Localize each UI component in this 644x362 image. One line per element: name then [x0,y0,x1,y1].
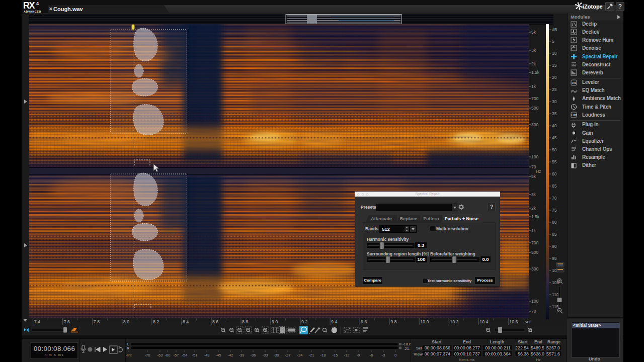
svg-text:60: 60 [552,171,557,176]
svg-text:9.8: 9.8 [390,319,396,324]
svg-text:8.2: 8.2 [153,319,159,324]
svg-text:5489.5: 5489.5 [531,345,544,350]
svg-text:8.8: 8.8 [242,319,248,324]
svg-text:9.0: 9.0 [272,319,278,324]
svg-text:-39: -39 [239,353,245,357]
svg-text:300: 300 [531,266,538,272]
svg-text:35: 35 [552,111,557,116]
svg-text:-33: -33 [263,353,268,357]
svg-text:7.4: 7.4 [34,319,40,324]
svg-text:-21: -21 [309,353,314,357]
svg-text:3k: 3k [531,192,536,197]
svg-text:80: 80 [552,220,557,225]
svg-text:3k: 3k [531,48,536,53]
svg-text:500: 500 [531,250,538,255]
svg-text:-21.1: -21.1 [404,346,411,351]
svg-text:L: L [127,342,129,346]
svg-text:-Inf: -Inf [126,353,132,357]
svg-text:1k: 1k [531,228,536,233]
svg-text:5571.6: 5571.6 [546,351,560,356]
svg-text:Start: Start [432,339,442,344]
svg-text:50: 50 [552,147,557,152]
svg-text:00:00:00.211: 00:00:00.211 [485,345,511,350]
svg-text:700: 700 [531,240,538,245]
svg-text:00:00:08.277: 00:00:08.277 [454,345,480,350]
svg-text:View: View [414,352,423,356]
svg-text:RX: RX [23,1,35,11]
svg-text:5k: 5k [531,174,536,179]
svg-text:4: 4 [36,1,39,6]
svg-text:Hz: Hz [536,357,540,362]
svg-text:222.54: 222.54 [515,345,529,350]
svg-text:7.6: 7.6 [64,319,70,324]
svg-text:-18: -18 [320,353,326,357]
svg-text:65: 65 [552,184,557,189]
svg-text:5k: 5k [531,30,536,35]
svg-text:8.4: 8.4 [183,319,189,324]
svg-text:iZotope: iZotope [583,4,603,10]
svg-text:-27: -27 [285,353,291,357]
svg-text:9.2: 9.2 [301,319,307,324]
svg-text:dB: dB [552,27,557,32]
svg-text:45: 45 [552,135,557,140]
svg-text:500: 500 [531,106,538,111]
svg-text:85: 85 [552,232,557,237]
svg-text:sec: sec [525,319,530,324]
svg-text:Range: Range [547,339,560,344]
svg-text:9.4: 9.4 [331,319,337,324]
svg-text:100: 100 [531,154,538,159]
svg-text:1k: 1k [531,84,536,89]
svg-text:-24: -24 [297,353,303,357]
svg-text:-45: -45 [216,353,221,357]
svg-text:-60: -60 [165,353,171,357]
svg-text:00:00:07.374: 00:00:07.374 [425,351,450,356]
svg-text:-57: -57 [174,353,179,357]
svg-text:-30: -30 [274,353,279,357]
svg-text:1.5k: 1.5k [531,214,540,219]
svg-text:-36: -36 [251,353,256,357]
svg-text:20: 20 [552,75,557,80]
svg-text:-54: -54 [182,353,188,357]
svg-text:25: 25 [552,87,557,92]
svg-text:700: 700 [531,96,538,101]
svg-text:7.8: 7.8 [94,319,100,324]
svg-text:-9: -9 [357,353,360,357]
svg-text:-12: -12 [344,353,350,357]
svg-text:70: 70 [552,196,557,201]
svg-text:100: 100 [531,299,538,304]
svg-text:End: End [463,339,471,344]
svg-text:30: 30 [552,99,557,104]
svg-text:-70: -70 [145,353,150,357]
svg-text:56.38: 56.38 [518,351,529,356]
svg-text:Hz: Hz [536,169,541,174]
svg-text:75: 75 [552,208,557,213]
svg-text:00:00:08.066: 00:00:08.066 [425,345,450,350]
svg-text:10.6: 10.6 [509,319,518,324]
svg-text:5: 5 [552,39,554,44]
svg-text:70: 70 [531,309,536,314]
svg-text:2k: 2k [531,61,536,66]
svg-text:0: 0 [394,353,396,357]
svg-text:95: 95 [552,256,557,261]
svg-text:10.4: 10.4 [479,319,488,324]
svg-text:15: 15 [552,63,557,68]
svg-text:-48: -48 [204,353,210,357]
svg-text:00:00:03.364: 00:00:03.364 [485,351,511,356]
svg-text:55: 55 [552,159,557,164]
svg-text:Start: Start [518,339,528,344]
svg-text:-51: -51 [192,353,198,357]
svg-text:R: R [127,346,129,350]
svg-text:1.5k: 1.5k [531,70,540,75]
svg-text:5267.0: 5267.0 [546,345,560,350]
svg-text:10: 10 [552,51,557,56]
svg-text:300: 300 [531,122,538,127]
svg-text:Length: Length [490,339,504,344]
svg-text:Sel: Sel [416,346,422,350]
svg-text:5628.0: 5628.0 [531,351,544,356]
svg-text:90: 90 [552,244,557,249]
svg-text:2k: 2k [531,206,536,211]
svg-text:h:m:s.ms: h:m:s.ms [459,357,475,362]
svg-text:9.6: 9.6 [361,319,367,324]
svg-text:40: 40 [552,123,557,128]
svg-text:End: End [534,339,542,344]
